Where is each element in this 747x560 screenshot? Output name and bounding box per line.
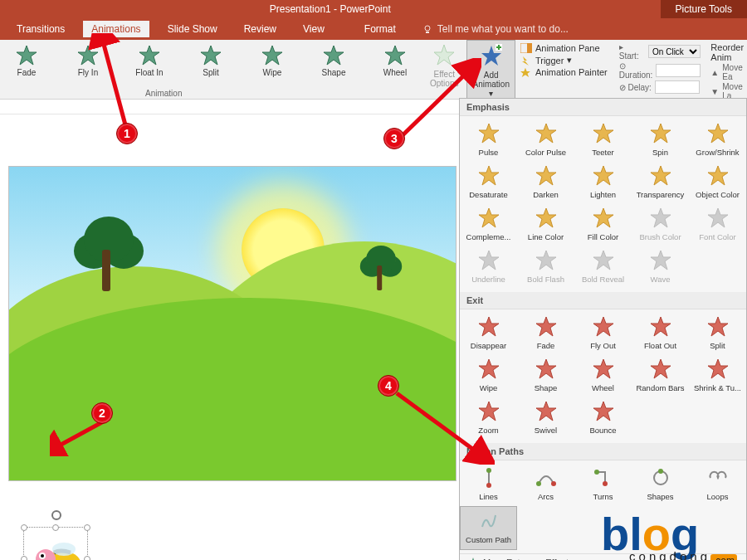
exit-shrink---tu---[interactable]: Shrink & Tu... xyxy=(689,355,746,397)
svg-marker-47 xyxy=(651,359,671,378)
motion-turns[interactable]: Turns xyxy=(574,464,632,506)
svg-marker-13 xyxy=(520,68,530,77)
svg-marker-48 xyxy=(708,359,728,378)
svg-marker-1 xyxy=(17,46,37,65)
exit-float-out[interactable]: Float Out xyxy=(632,313,689,355)
emphasis-desaturate[interactable]: Desaturate xyxy=(460,162,517,204)
motion-lines[interactable]: Lines xyxy=(460,464,517,506)
svg-marker-45 xyxy=(536,359,556,378)
svg-marker-22 xyxy=(593,124,613,143)
svg-marker-39 xyxy=(479,317,499,336)
slide-canvas[interactable] xyxy=(8,116,456,465)
svg-marker-3 xyxy=(139,46,159,65)
emphasis-bold-reveal: Bold Reveal xyxy=(574,246,632,289)
duration-input[interactable] xyxy=(656,64,701,77)
emphasis-teeter[interactable]: Teeter xyxy=(574,119,632,162)
svg-marker-24 xyxy=(708,124,728,143)
emphasis-wave: Wave xyxy=(632,246,689,289)
context-tab-picture-tools[interactable]: Picture Tools xyxy=(661,0,747,18)
rotate-handle-icon[interactable] xyxy=(51,509,62,521)
exit-swivel[interactable]: Swivel xyxy=(517,397,574,440)
animation-pane-button[interactable]: Animation Pane xyxy=(520,43,608,53)
svg-marker-50 xyxy=(536,402,556,421)
annotation-arrow-3 xyxy=(398,58,481,141)
svg-marker-34 xyxy=(708,208,728,227)
add-animation-icon xyxy=(480,44,503,67)
svg-marker-42 xyxy=(651,317,671,336)
exit-split[interactable]: Split xyxy=(689,313,746,355)
exit-fly-out[interactable]: Fly Out xyxy=(574,313,632,355)
emphasis-transparency[interactable]: Transparency xyxy=(632,162,689,204)
delay-label: ⊘ Delay: xyxy=(619,83,652,92)
motion-loops[interactable]: Loops xyxy=(689,464,746,506)
section-exit: Exit xyxy=(460,292,746,309)
exit-bounce[interactable]: Bounce xyxy=(574,397,632,440)
emphasis-object-color[interactable]: Object Color xyxy=(689,162,746,204)
gallery-item-fade[interactable]: Fade xyxy=(3,45,50,77)
animation-gallery[interactable]: FadeFly InFloat InSplitWipeShapeWheel xyxy=(0,40,422,77)
exit-shape[interactable]: Shape xyxy=(517,355,574,397)
svg-marker-26 xyxy=(536,166,556,185)
delay-input[interactable] xyxy=(655,80,700,94)
emphasis-compleme---[interactable]: Compleme... xyxy=(460,204,517,246)
trigger-button[interactable]: Trigger ▾ xyxy=(520,55,608,66)
emphasis-fill-color[interactable]: Fill Color xyxy=(574,204,632,246)
emphasis-darken[interactable]: Darken xyxy=(517,162,574,204)
emphasis-spin[interactable]: Spin xyxy=(632,119,689,162)
svg-marker-23 xyxy=(651,124,671,143)
svg-marker-41 xyxy=(593,317,613,336)
motion-custom-path[interactable]: Custom Path xyxy=(460,506,517,550)
svg-marker-6 xyxy=(324,46,344,65)
emphasis-line-color[interactable]: Line Color xyxy=(517,204,574,246)
exit-wheel[interactable]: Wheel xyxy=(574,355,632,397)
annotation-arrow-4 xyxy=(395,390,495,465)
svg-marker-51 xyxy=(593,402,613,421)
section-motion-paths: Motion Paths xyxy=(460,443,746,460)
motion-shapes[interactable]: Shapes xyxy=(632,464,689,506)
svg-point-56 xyxy=(551,481,556,486)
exit-fade[interactable]: Fade xyxy=(517,313,574,355)
tab-transitions[interactable]: Transitions xyxy=(8,21,73,37)
tell-me-search[interactable]: Tell me what you want to do... xyxy=(422,23,569,35)
tab-format[interactable]: Format xyxy=(356,21,404,37)
add-animation-dropdown: Emphasis PulseColor PulseTeeterSpinGrow/… xyxy=(459,98,747,560)
svg-line-69 xyxy=(397,393,478,453)
emphasis-brush-color: Brush Color xyxy=(632,204,689,246)
start-select[interactable]: On Click xyxy=(648,45,701,58)
exit-random-bars[interactable]: Random Bars xyxy=(632,355,689,397)
animation-painter-button[interactable]: Animation Painter xyxy=(520,67,608,77)
tab-review[interactable]: Review xyxy=(236,21,285,37)
emphasis-grow-shrink[interactable]: Grow/Shrink xyxy=(689,119,746,162)
svg-point-18 xyxy=(41,554,44,558)
section-emphasis: Emphasis xyxy=(460,99,746,116)
svg-point-0 xyxy=(425,26,430,31)
group-label-animation: Animation xyxy=(145,89,182,98)
window-title: Presentation1 - PowerPoint xyxy=(0,3,661,15)
annotation-marker-3: 3 xyxy=(383,128,405,149)
motion-arcs[interactable]: Arcs xyxy=(517,464,574,506)
gallery-item-split[interactable]: Split xyxy=(188,45,234,77)
svg-marker-4 xyxy=(201,46,221,65)
emphasis-color-pulse[interactable]: Color Pulse xyxy=(517,119,574,162)
svg-marker-44 xyxy=(479,359,499,378)
gallery-item-wipe[interactable]: Wipe xyxy=(249,45,295,77)
exit-disappear[interactable]: Disappear xyxy=(460,313,517,355)
svg-marker-36 xyxy=(536,251,556,270)
lightbulb-icon xyxy=(422,24,432,34)
emphasis-lighten[interactable]: Lighten xyxy=(574,162,632,204)
svg-marker-32 xyxy=(593,208,613,227)
trigger-icon xyxy=(520,56,532,66)
svg-marker-43 xyxy=(708,317,728,336)
move-earlier-button[interactable]: ▲ Move Ea xyxy=(710,63,744,81)
duration-label: ⊙ Duration: xyxy=(619,61,653,80)
tab-slideshow[interactable]: Slide Show xyxy=(159,21,226,37)
painter-icon xyxy=(520,67,532,77)
emphasis-font-color: Font Color xyxy=(689,204,746,246)
svg-point-55 xyxy=(536,481,541,486)
svg-marker-27 xyxy=(593,166,613,185)
svg-marker-20 xyxy=(479,124,499,143)
title-bar: Presentation1 - PowerPoint Picture Tools xyxy=(0,0,747,18)
gallery-item-shape[interactable]: Shape xyxy=(310,45,357,77)
tab-view[interactable]: View xyxy=(295,21,333,37)
selected-picture-bee[interactable] xyxy=(23,527,88,560)
